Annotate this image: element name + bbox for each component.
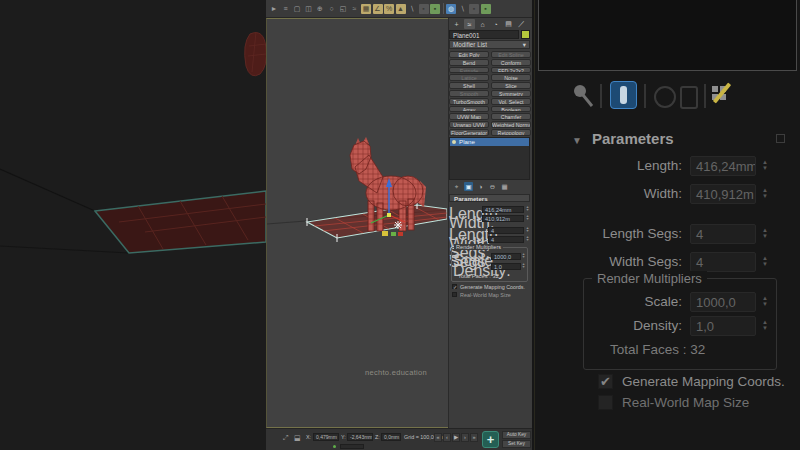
modifier-button-slice[interactable]: Slice: [491, 82, 531, 89]
x-coordinate-field[interactable]: 0,479mm: [313, 433, 339, 441]
modifier-button-array[interactable]: Array: [449, 106, 489, 113]
density-spinner[interactable]: ▲▼: [521, 263, 526, 270]
previous-frame-button[interactable]: ‹: [443, 433, 451, 442]
scale-spinner[interactable]: ▲▼: [521, 253, 526, 260]
tab-create[interactable]: +: [451, 19, 462, 29]
length-segs-spinner[interactable]: ▲▼: [525, 227, 530, 234]
select-move-icon[interactable]: ⊕: [315, 4, 325, 14]
modifier-button-boolean[interactable]: Boolean: [491, 106, 531, 113]
length-spinner[interactable]: ▲▼: [525, 206, 530, 213]
tab-modify[interactable]: ≈: [464, 19, 475, 29]
z-coordinate-field[interactable]: 0,0mm: [381, 433, 401, 441]
add-key-button[interactable]: +: [482, 431, 499, 448]
modifier-list-dropdown[interactable]: Modifier List ▾: [449, 40, 530, 49]
scale-field[interactable]: 1000,0: [491, 253, 521, 260]
show-end-result-icon[interactable]: ▣: [464, 182, 473, 191]
modifier-button-shell[interactable]: Shell: [449, 82, 489, 89]
snap-toggle-icon[interactable]: ▦: [361, 4, 371, 14]
selection-lock-icon[interactable]: ⬓: [294, 434, 301, 442]
modifier-button-ffd-2x2x2[interactable]: FFD 2x2x2: [491, 67, 531, 74]
modifier-button-symmetry[interactable]: Symmetry: [491, 90, 531, 97]
overlay-length-spinner[interactable]: ▲▼: [760, 160, 770, 171]
overlay-length-field[interactable]: 416,24mm: [690, 156, 756, 176]
isolate-selection-icon[interactable]: ⤢: [283, 434, 289, 442]
modifier-button-turbosmooth[interactable]: TurboSmooth: [449, 98, 489, 105]
material-editor-icon[interactable]: ◍: [446, 4, 456, 14]
modifier-button-noise[interactable]: Noise: [491, 74, 531, 81]
make-unique-icon[interactable]: [654, 86, 676, 108]
set-key-button[interactable]: Set Key: [502, 440, 531, 448]
modifier-button-bend[interactable]: Bend: [449, 59, 489, 66]
overlay-width-spinner[interactable]: ▲▼: [760, 188, 770, 199]
modifier-button-conform[interactable]: Conform: [491, 59, 531, 66]
tab-display[interactable]: ▤: [503, 19, 514, 29]
overlay-generate-mapping-checkbox[interactable]: ✔: [598, 374, 613, 389]
remove-modifier-icon[interactable]: ⊖: [488, 182, 497, 191]
auto-key-button[interactable]: Auto Key: [502, 431, 531, 439]
modifier-button-edit-poly[interactable]: Edit Poly: [449, 51, 489, 58]
overlay-width-segs-spinner[interactable]: ▲▼: [760, 256, 770, 267]
configure-modifier-sets-icon[interactable]: [712, 84, 734, 106]
select-region-icon[interactable]: ▢: [292, 4, 302, 14]
overlay-length-segs-field[interactable]: 4: [690, 224, 756, 244]
overlay-density-field[interactable]: 1,0: [690, 316, 756, 336]
object-name-field[interactable]: Plane001: [449, 30, 519, 39]
object-color-swatch[interactable]: [521, 30, 530, 39]
layer-manager-icon[interactable]: ▪: [430, 4, 440, 14]
overlay-width-field[interactable]: 410,912m: [690, 184, 756, 204]
go-to-end-button[interactable]: »: [470, 433, 478, 442]
make-unique-icon[interactable]: ◑: [476, 182, 485, 191]
scale-icon[interactable]: ◱: [338, 4, 348, 14]
modifier-button-unwrap-uvw[interactable]: Unwrap UVW: [449, 121, 489, 128]
modifier-button-vol-select[interactable]: Vol. Select: [491, 98, 531, 105]
real-world-checkbox[interactable]: [452, 292, 457, 297]
mirror-icon[interactable]: ∖: [407, 4, 417, 14]
tab-utilities[interactable]: ／: [516, 19, 527, 29]
parameters-rollout-header[interactable]: Parameters: [449, 194, 530, 202]
render-icon[interactable]: ▪: [481, 4, 491, 14]
overlay-scale-field[interactable]: 1000,0: [690, 292, 756, 312]
overlay-width-segs-field[interactable]: 4: [690, 252, 756, 272]
tab-hierarchy[interactable]: ⌂: [477, 19, 488, 29]
density-field[interactable]: 1,0: [491, 263, 521, 270]
length-segs-field[interactable]: 4: [488, 227, 524, 234]
overlay-real-world-checkbox[interactable]: [598, 395, 613, 410]
modifier-button-weighted-normals[interactable]: Weighted Normals: [491, 121, 531, 128]
percent-snap-icon[interactable]: %: [384, 4, 394, 14]
y-coordinate-field[interactable]: -2,643mm: [347, 433, 373, 441]
select-by-name-icon[interactable]: ≡: [281, 4, 291, 14]
pin-stack-icon[interactable]: [570, 82, 596, 110]
angle-snap-icon[interactable]: ∠: [373, 4, 383, 14]
align-icon[interactable]: ▪: [419, 4, 429, 14]
generate-mapping-checkbox[interactable]: ✓: [452, 284, 457, 289]
overlay-parameters-header[interactable]: ▼Parameters: [572, 130, 787, 150]
modifier-button-uvw-map[interactable]: UVW Map: [449, 113, 489, 120]
width-segs-field[interactable]: 4: [488, 236, 524, 243]
length-field[interactable]: 416,24mm: [482, 206, 524, 213]
spinner-snap-icon[interactable]: ▲: [396, 4, 406, 14]
remove-modifier-icon[interactable]: [680, 86, 698, 109]
rotate-icon[interactable]: ○: [327, 4, 337, 14]
perspective-viewport[interactable]: [266, 18, 448, 428]
tab-motion[interactable]: ◔: [490, 19, 501, 29]
next-frame-button[interactable]: ›: [461, 433, 469, 442]
render-setup-icon[interactable]: ∖: [458, 4, 468, 14]
stack-item-plane[interactable]: Plane: [450, 138, 529, 146]
width-spinner[interactable]: ▲▼: [525, 215, 530, 222]
overlay-length-segs-spinner[interactable]: ▲▼: [760, 228, 770, 239]
width-field[interactable]: 410,912m: [482, 215, 524, 222]
go-to-start-button[interactable]: «: [434, 433, 442, 442]
overlay-density-spinner[interactable]: ▲▼: [760, 320, 770, 331]
reference-coord-icon[interactable]: ≈: [350, 4, 360, 14]
modifier-button-chamfer[interactable]: Chamfer: [491, 113, 531, 120]
play-button[interactable]: ▶: [452, 433, 460, 442]
overlay-scale-spinner[interactable]: ▲▼: [760, 296, 770, 307]
select-object-icon[interactable]: ►: [269, 4, 279, 14]
modifier-button-floorgenerator[interactable]: FloorGenerator: [449, 129, 489, 136]
pin-stack-icon[interactable]: ⌖: [452, 182, 461, 191]
width-segs-spinner[interactable]: ▲▼: [525, 236, 530, 243]
rendered-frame-icon[interactable]: ▪: [469, 4, 479, 14]
window-crossing-icon[interactable]: ◫: [304, 4, 314, 14]
modifier-button-retopology[interactable]: Retopology: [491, 129, 531, 136]
configure-modifier-sets-icon[interactable]: ▦: [500, 182, 509, 191]
